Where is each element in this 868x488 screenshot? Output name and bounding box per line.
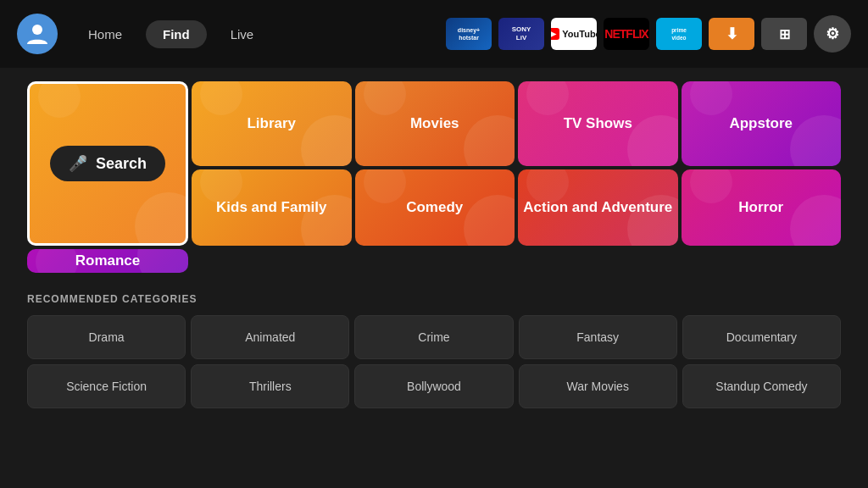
nav-home[interactable]: Home	[71, 20, 139, 48]
movies-tile[interactable]: Movies	[355, 81, 515, 166]
sonyliv-app[interactable]: SONYLiV	[498, 18, 544, 50]
rec-animated[interactable]: Animated	[191, 315, 349, 359]
multiwindow-app[interactable]: ⊞	[761, 18, 807, 50]
rec-standup[interactable]: Standup Comedy	[682, 364, 841, 408]
recommended-label: RECOMMENDED CATEGORIES	[27, 293, 841, 305]
rec-warmovies[interactable]: War Movies	[519, 364, 677, 408]
category-grid: 🎤 Search Library Movies TV Shows Appstor…	[27, 81, 841, 273]
recommended-grid: Drama Animated Crime Fantasy Documentary…	[27, 315, 841, 408]
search-tile[interactable]: 🎤 Search	[27, 81, 188, 246]
romance-tile[interactable]: Romance	[27, 249, 188, 273]
netflix-app[interactable]: NETFLIX	[604, 18, 649, 50]
action-tile[interactable]: Action and Adventure	[518, 169, 678, 246]
horror-tile[interactable]: Horror	[682, 169, 842, 246]
library-tile[interactable]: Library	[192, 81, 352, 166]
nav-find[interactable]: Find	[146, 20, 207, 48]
rec-bollywood[interactable]: Bollywood	[354, 364, 513, 408]
svg-point-0	[32, 25, 42, 35]
rec-thrillers[interactable]: Thrillers	[191, 364, 349, 408]
search-label: Search	[96, 155, 147, 173]
search-button[interactable]: 🎤 Search	[50, 146, 165, 181]
rec-drama[interactable]: Drama	[27, 315, 186, 359]
primevideo-app[interactable]: primevideo	[656, 18, 702, 50]
user-avatar[interactable]	[17, 14, 58, 54]
nav-live[interactable]: Live	[214, 20, 271, 48]
header: Home Find Live disney+hotstar SONYLiV ▶ …	[0, 0, 868, 68]
youtube-app[interactable]: ▶ YouTube	[551, 18, 597, 50]
main-content: 🎤 Search Library Movies TV Shows Appstor…	[0, 68, 868, 422]
app-shortcuts: disney+hotstar SONYLiV ▶ YouTube NETFLIX…	[446, 15, 851, 53]
comedy-tile[interactable]: Comedy	[355, 169, 515, 246]
rec-crime[interactable]: Crime	[354, 315, 513, 359]
tvshows-tile[interactable]: TV Shows	[518, 81, 678, 166]
rec-fantasy[interactable]: Fantasy	[519, 315, 677, 359]
hotstar-app[interactable]: disney+hotstar	[446, 18, 492, 50]
kids-tile[interactable]: Kids and Family	[192, 169, 352, 246]
appstore-tile[interactable]: Appstore	[682, 81, 842, 166]
settings-app[interactable]: ⚙	[814, 15, 851, 53]
mic-icon: 🎤	[69, 154, 87, 173]
rec-scifi[interactable]: Science Fiction	[27, 364, 186, 408]
downloader-app[interactable]: ⬇	[709, 18, 754, 50]
nav-menu: Home Find Live	[71, 20, 270, 48]
rec-documentary[interactable]: Documentary	[682, 315, 841, 359]
